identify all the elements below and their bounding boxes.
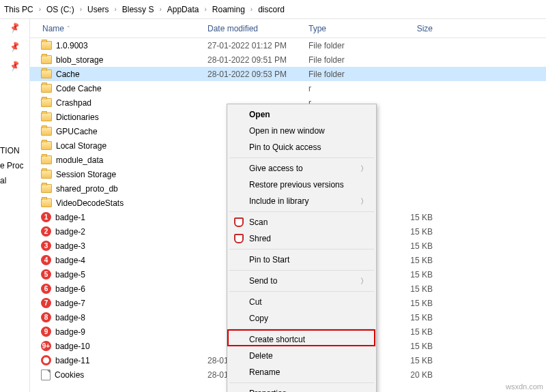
file-name: Local Storage (56, 141, 106, 151)
chevron-right-icon: › (35, 5, 45, 13)
folder-icon (41, 198, 52, 207)
col-date[interactable]: Date modified (207, 24, 308, 33)
badge-icon: 9 (41, 327, 51, 337)
menu-create-shortcut[interactable]: Create shortcut (229, 331, 375, 348)
watermark: wsxdn.com (506, 382, 543, 391)
menu-cut[interactable]: Cut (229, 294, 375, 310)
file-row[interactable]: Cache28-01-2022 09:53 PMFile folder (30, 67, 546, 81)
file-name: Cookies (55, 370, 84, 380)
breadcrumb-segment[interactable]: OS (C:) (45, 5, 76, 14)
menu-delete[interactable]: Delete (229, 348, 375, 364)
menu-rename[interactable]: Rename (229, 364, 375, 380)
chevron-right-icon: › (200, 5, 210, 13)
file-name: GPUCache (56, 127, 98, 136)
file-size: 15 KB (385, 270, 441, 280)
shield-icon (234, 234, 244, 243)
col-name[interactable]: Name (42, 24, 64, 33)
menu-separator (229, 249, 374, 250)
folder-icon (41, 55, 52, 64)
file-icon (41, 370, 51, 380)
menu-scan[interactable]: Scan (229, 214, 375, 230)
file-size: 15 KB (385, 241, 441, 251)
file-size: 15 KB (385, 313, 441, 322)
folder-icon (41, 127, 52, 136)
pin-icon[interactable]: 📌 (8, 41, 21, 53)
menu-give-access[interactable]: Give access to〉 (229, 160, 375, 177)
file-size: 15 KB (385, 213, 441, 222)
file-name: badge-10 (55, 342, 90, 351)
file-name: badge-9 (55, 327, 85, 337)
menu-separator (229, 382, 374, 383)
folder-icon (41, 98, 52, 107)
col-type[interactable]: Type (308, 24, 385, 33)
file-size: 15 KB (385, 356, 441, 365)
badge-icon: 6 (41, 284, 51, 294)
file-date: 27-01-2022 01:12 PM (207, 41, 308, 50)
menu-copy[interactable]: Copy (229, 310, 375, 327)
badge-icon: 7 (41, 298, 51, 308)
menu-separator (229, 157, 374, 158)
menu-restore-versions[interactable]: Restore previous versions (229, 177, 375, 193)
file-name: Cache (56, 70, 80, 79)
file-name: blob_storage (56, 55, 103, 65)
menu-properties[interactable]: Properties (229, 385, 375, 392)
file-size: 20 KB (385, 370, 441, 380)
pin-icon[interactable]: 📌 (8, 22, 21, 34)
breadcrumb[interactable]: This PC›OS (C:)›Users›Blessy S›AppData›R… (0, 0, 546, 19)
folder-icon (41, 41, 52, 50)
badge-icon: 8 (41, 312, 51, 322)
folder-icon (41, 84, 52, 93)
breadcrumb-segment[interactable]: Users (86, 5, 110, 14)
file-row[interactable]: Code Cacher (30, 81, 546, 95)
badge-icon: 4 (41, 255, 51, 265)
badge-icon: 9+ (41, 341, 51, 351)
file-name: badge-11 (55, 356, 90, 365)
file-name: badge-5 (55, 270, 85, 280)
menu-send-to[interactable]: Send to〉 (229, 273, 375, 289)
menu-pin-quick-access[interactable]: Pin to Quick access (229, 139, 375, 155)
file-name: shared_proto_db (56, 184, 118, 194)
file-name: Crashpad (56, 98, 91, 108)
chevron-right-icon: › (76, 5, 86, 13)
pin-icon[interactable]: 📌 (8, 60, 21, 72)
submenu-arrow-icon: 〉 (360, 196, 368, 207)
breadcrumb-segment[interactable]: This PC (3, 5, 35, 14)
file-size: 15 KB (385, 284, 441, 294)
menu-open[interactable]: Open (229, 106, 375, 123)
clipped-sidebar-text: TIONe Procal (0, 143, 23, 188)
file-name: badge-8 (55, 313, 85, 322)
file-date: 28-01-2022 09:51 PM (207, 55, 308, 65)
chevron-right-icon: › (246, 5, 257, 13)
file-row[interactable]: blob_storage28-01-2022 09:51 PMFile fold… (30, 52, 546, 67)
submenu-arrow-icon: 〉 (360, 276, 368, 286)
breadcrumb-segment[interactable]: AppData (166, 5, 201, 14)
file-name: 1.0.9003 (56, 41, 88, 50)
folder-icon (41, 70, 52, 78)
menu-shred[interactable]: Shred (229, 230, 375, 247)
menu-open-new-window[interactable]: Open in new window (229, 123, 375, 139)
sort-indicator-icon: ˄ (67, 25, 70, 32)
breadcrumb-segment[interactable]: Roaming (211, 5, 246, 14)
breadcrumb-segment[interactable]: discord (257, 5, 286, 14)
folder-icon (41, 170, 52, 179)
col-size[interactable]: Size (385, 24, 441, 33)
file-date: 28-01-2022 09:53 PM (207, 70, 308, 79)
file-type: File folder (308, 55, 385, 65)
menu-separator (229, 329, 374, 329)
menu-include-library[interactable]: Include in library〉 (229, 193, 375, 209)
folder-icon (41, 184, 52, 193)
file-size: 15 KB (385, 299, 441, 308)
column-headers[interactable]: Name ˄ Date modified Type Size (30, 19, 546, 38)
file-name: VideoDecodeStats (56, 198, 124, 208)
menu-pin-start[interactable]: Pin to Start (229, 252, 375, 268)
badge-ring-icon (41, 355, 51, 365)
menu-separator (229, 211, 374, 212)
chevron-right-icon: › (110, 5, 120, 13)
breadcrumb-segment[interactable]: Blessy S (121, 5, 156, 14)
submenu-arrow-icon: 〉 (360, 164, 368, 174)
shield-icon (234, 217, 244, 227)
file-row[interactable]: 1.0.900327-01-2022 01:12 PMFile folder (30, 38, 546, 52)
file-size: 15 KB (385, 256, 441, 265)
menu-separator (229, 291, 374, 292)
file-name: Dictionaries (56, 112, 99, 122)
